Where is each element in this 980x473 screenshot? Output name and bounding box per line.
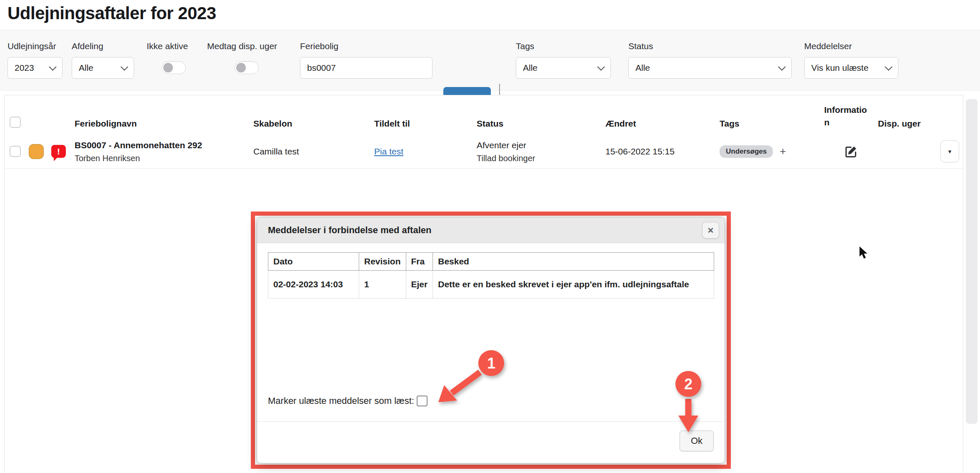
modal-footer-divider bbox=[257, 421, 725, 422]
holiday-home-label: Feriebolig bbox=[300, 41, 338, 51]
msg-from: Ejer bbox=[406, 271, 433, 299]
col-besked: Besked bbox=[433, 253, 714, 271]
messages-label: Meddelelser bbox=[804, 41, 852, 51]
row-actions-button[interactable]: ▾ bbox=[940, 140, 959, 162]
table-row: ! BS0007 - Annemonehatten 292 Torben Hen… bbox=[5, 134, 963, 169]
ok-button[interactable]: Ok bbox=[680, 431, 714, 451]
inactive-label: Ikke aktive bbox=[147, 41, 188, 51]
icons-column-header bbox=[29, 129, 75, 134]
tags-value: Alle bbox=[523, 63, 538, 73]
tag-badge[interactable]: Undersøges bbox=[720, 145, 773, 158]
row-status-2: Tillad bookinger bbox=[477, 152, 605, 164]
col-information: Information bbox=[824, 104, 871, 134]
row-template: Camilla test bbox=[253, 147, 374, 157]
col-revision: Revision bbox=[359, 253, 406, 271]
department-value: Alle bbox=[79, 63, 93, 73]
row-name: BS0007 - Annemonehatten 292 bbox=[75, 139, 253, 152]
mark-read-label: Marker ulæste meddelser som læst: bbox=[268, 396, 414, 406]
col-status: Status bbox=[477, 119, 605, 134]
alert-glyph: ! bbox=[57, 147, 60, 157]
tags-label: Tags bbox=[516, 41, 534, 51]
col-fra: Fra bbox=[406, 253, 433, 271]
page-title: Udlejningsaftaler for 2023 bbox=[8, 3, 216, 23]
annotation-highlight-frame: Meddelelser i forbindelse med aftalen ✕ … bbox=[251, 212, 731, 469]
holiday-home-input[interactable] bbox=[307, 57, 425, 78]
status-select[interactable]: Alle bbox=[628, 57, 792, 79]
msg-text: Dette er en besked skrevet i ejer app'en… bbox=[433, 271, 714, 299]
unread-message-icon: ! bbox=[51, 145, 66, 158]
col-tildelt-til: Tildelt til bbox=[374, 119, 477, 134]
col-disp-uger: Disp. uger bbox=[878, 119, 940, 134]
tags-select[interactable]: Alle bbox=[516, 57, 611, 79]
chevron-down-icon bbox=[885, 63, 892, 70]
messages-modal: Meddelelser i forbindelse med aftalen ✕ … bbox=[257, 217, 725, 463]
chevron-down-icon bbox=[120, 63, 128, 70]
chevron-down-icon bbox=[49, 63, 56, 70]
modal-header: Meddelelser i forbindelse med aftalen ✕ bbox=[257, 217, 725, 243]
col-feriebolignavn: Feriebolignavn bbox=[75, 119, 253, 134]
modal-title: Meddelelser i forbindelse med aftalen bbox=[268, 225, 431, 236]
chevron-down-icon bbox=[597, 63, 605, 70]
msg-date: 02-02-2023 14:03 bbox=[268, 271, 359, 299]
status-value: Alle bbox=[635, 63, 650, 73]
toggle-knob bbox=[236, 63, 246, 72]
add-tag-button[interactable]: + bbox=[780, 145, 786, 158]
year-select[interactable]: 2023 bbox=[8, 57, 62, 79]
year-value: 2023 bbox=[15, 63, 34, 73]
row-changed: 15-06-2022 15:15 bbox=[605, 147, 720, 157]
messages-value: Vis kun ulæste bbox=[811, 63, 868, 73]
disp-weeks-toggle[interactable] bbox=[235, 61, 259, 74]
mark-read-line: Marker ulæste meddelser som læst: bbox=[268, 396, 428, 406]
row-assigned-link[interactable]: Pia test bbox=[374, 147, 403, 157]
row-status-1: Afventer ejer bbox=[477, 139, 605, 152]
col-tags: Tags bbox=[720, 119, 824, 134]
msg-revision: 1 bbox=[359, 271, 406, 299]
caret-down-icon: ▾ bbox=[948, 148, 952, 155]
row-owner: Torben Henriksen bbox=[75, 152, 253, 164]
messages-select[interactable]: Vis kun ulæste bbox=[804, 57, 898, 79]
page-scrollbar[interactable] bbox=[966, 99, 978, 424]
modal-table-row: 02-02-2023 14:03 1 Ejer Dette er en besk… bbox=[268, 271, 714, 299]
select-all-checkbox[interactable] bbox=[10, 117, 21, 128]
toggle-knob bbox=[163, 63, 173, 72]
page: Udlejningsaftaler for 2023 Udlejningsår … bbox=[0, 0, 980, 473]
col-aendret: Ændret bbox=[605, 119, 720, 134]
holiday-home-field-wrap bbox=[300, 57, 432, 79]
modal-table-header-row: Dato Revision Fra Besked bbox=[268, 253, 714, 271]
col-dato: Dato bbox=[268, 253, 359, 271]
department-select[interactable]: Alle bbox=[72, 57, 134, 79]
mark-read-checkbox[interactable] bbox=[417, 396, 428, 406]
disp-weeks-label: Medtag disp. uger bbox=[207, 41, 277, 51]
inactive-toggle[interactable] bbox=[162, 61, 186, 74]
modal-messages-table: Dato Revision Fra Besked 02-02-2023 14:0… bbox=[268, 252, 714, 299]
status-label: Status bbox=[628, 41, 653, 51]
col-skabelon: Skabelon bbox=[253, 119, 374, 134]
close-icon[interactable]: ✕ bbox=[702, 222, 719, 239]
filter-bar: Udlejningsår 2023 Afdeling Alle Ikke akt… bbox=[0, 30, 980, 91]
edit-note-icon[interactable] bbox=[845, 145, 858, 158]
status-warning-icon bbox=[29, 144, 44, 159]
year-label: Udlejningsår bbox=[8, 41, 56, 51]
department-label: Afdeling bbox=[72, 41, 103, 51]
row-checkbox[interactable] bbox=[10, 146, 21, 157]
table-header-row: Feriebolignavn Skabelon Tildelt til Stat… bbox=[5, 95, 963, 134]
chevron-down-icon bbox=[778, 63, 785, 70]
